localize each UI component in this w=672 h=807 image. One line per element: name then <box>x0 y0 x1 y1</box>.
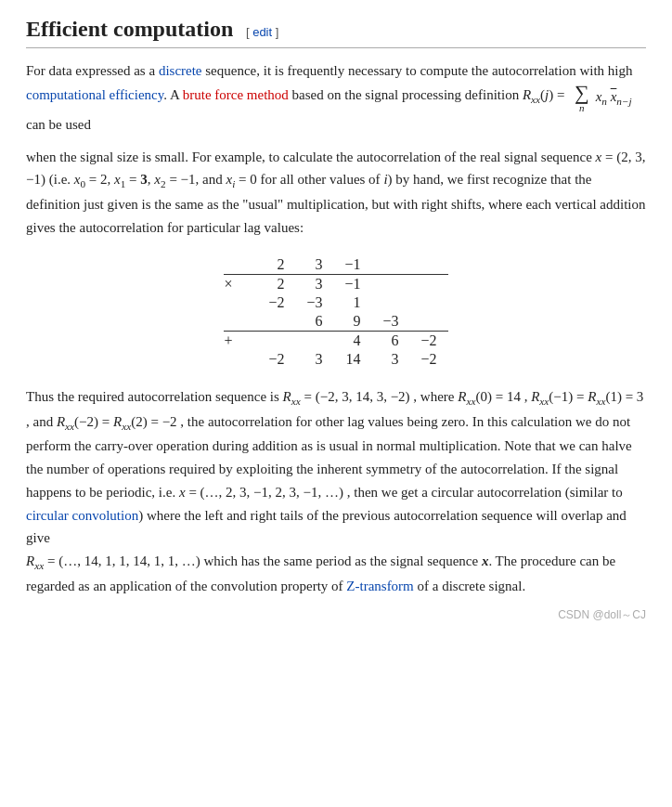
computational-efficiency-link[interactable]: computational efficiency <box>26 87 163 102</box>
x1-def: x1 = 3 <box>114 172 148 187</box>
val-cell: −2 <box>410 350 448 369</box>
z-transform-link[interactable]: Z-transform <box>346 579 413 593</box>
result-paragraph: Thus the required autocorrelation sequen… <box>26 385 646 597</box>
result-rxx: Rxx = (−2, 3, 14, 3, −2) <box>283 389 414 404</box>
table-row: 2 3 −1 <box>224 255 447 275</box>
op-cell <box>224 293 257 312</box>
computation-table: 2 3 −1 × 2 3 −1 −2 −3 <box>224 255 447 369</box>
val-cell: −3 <box>372 312 410 332</box>
val-cell <box>295 332 333 351</box>
edit-bracket-close: ] <box>272 25 278 39</box>
op-cell: × <box>224 275 257 294</box>
table-row: + 4 6 −2 <box>224 332 447 351</box>
table-row: 6 9 −3 <box>224 312 447 332</box>
val-cell <box>410 312 448 332</box>
val-cell: 3 <box>295 350 333 369</box>
table-row: −2 −3 1 <box>224 293 447 312</box>
rxx-periodic: Rxx = (…, 14, 1, 1, 14, 1, 1, …) <box>26 553 203 568</box>
x2-def: x2 = −1 <box>154 172 195 187</box>
val-cell: 14 <box>333 350 371 369</box>
computation-table-section: 2 3 −1 × 2 3 −1 −2 −3 <box>26 255 646 369</box>
val-cell <box>372 275 410 294</box>
val-cell: 2 <box>257 255 295 275</box>
val-cell <box>257 312 295 332</box>
formula-rxx: Rxx(j) = <box>523 87 572 102</box>
edit-link[interactable]: edit <box>252 25 272 39</box>
rxx-n1: Rxx(−1) = Rxx(1) = 3 <box>531 389 643 404</box>
discrete-link[interactable]: discrete <box>159 63 202 78</box>
val-cell <box>410 255 448 275</box>
summation-formula: ∑ n xn xn−j <box>572 83 632 113</box>
val-cell: −3 <box>295 293 333 312</box>
val-cell: 1 <box>333 293 371 312</box>
edit-bracket: [ <box>242 25 252 39</box>
xi-def: xi = 0 <box>226 172 256 187</box>
para2: when the signal size is small. For examp… <box>26 146 646 240</box>
periodic-signal: x = (…, 2, 3, −1, 2, 3, −1, …) <box>179 485 347 500</box>
op-cell: + <box>224 332 257 351</box>
val-cell: 4 <box>333 332 371 351</box>
val-cell: 6 <box>295 312 333 332</box>
x0-def: x0 = 2 <box>74 172 108 187</box>
val-cell: −2 <box>257 350 295 369</box>
brute-force-link[interactable]: brute force method <box>183 87 289 102</box>
watermark: CSDN @doll～CJ <box>26 607 646 623</box>
op-cell <box>224 255 257 275</box>
table-row: −2 3 14 3 −2 <box>224 350 447 369</box>
val-cell: −1 <box>333 275 371 294</box>
intro-paragraph: For data expressed as a discrete sequenc… <box>26 59 646 137</box>
val-cell: 9 <box>333 312 371 332</box>
val-cell <box>257 332 295 351</box>
val-cell: −1 <box>333 255 371 275</box>
signal-x-bold: x <box>482 553 489 568</box>
rxx-n2: Rxx(−2) = Rxx(2) = −2 <box>57 414 180 429</box>
val-cell: 3 <box>295 275 333 294</box>
val-cell <box>410 293 448 312</box>
circular-convolution-link[interactable]: circular convolution <box>26 508 138 523</box>
val-cell: 3 <box>295 255 333 275</box>
op-cell <box>224 312 257 332</box>
section-title: Efficient computation <box>26 17 233 42</box>
table-row: × 2 3 −1 <box>224 275 447 294</box>
section-header: Efficient computation [ edit ] <box>26 17 646 48</box>
val-cell: −2 <box>257 293 295 312</box>
val-cell: 3 <box>372 350 410 369</box>
val-cell: 2 <box>257 275 295 294</box>
rxx-0: Rxx(0) = 14 <box>458 389 523 404</box>
val-cell <box>372 293 410 312</box>
op-cell <box>224 350 257 369</box>
val-cell: −2 <box>410 332 448 351</box>
val-cell: 6 <box>372 332 410 351</box>
val-cell <box>372 255 410 275</box>
val-cell <box>410 275 448 294</box>
